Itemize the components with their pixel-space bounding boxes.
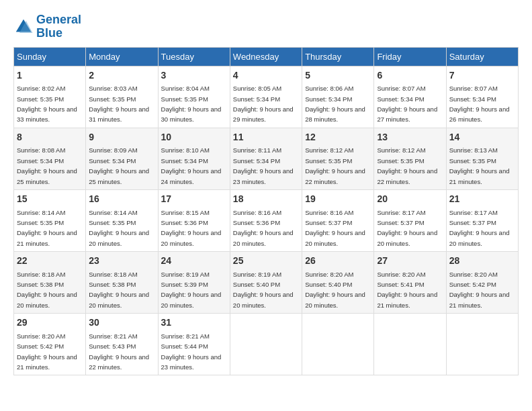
day-number: 17	[161, 193, 227, 206]
calendar-cell	[302, 314, 374, 375]
calendar-cell: 28Sunrise: 8:20 AMSunset: 5:42 PMDayligh…	[446, 252, 518, 314]
day-info: Sunrise: 8:13 AMSunset: 5:35 PMDaylight:…	[449, 146, 510, 185]
calendar-week-1: 1Sunrise: 8:02 AMSunset: 5:35 PMDaylight…	[14, 66, 519, 128]
calendar-cell: 20Sunrise: 8:17 AMSunset: 5:37 PMDayligh…	[374, 189, 446, 251]
day-info: Sunrise: 8:12 AMSunset: 5:35 PMDaylight:…	[305, 146, 365, 185]
day-number: 26	[305, 255, 371, 268]
calendar-cell: 1Sunrise: 8:02 AMSunset: 5:35 PMDaylight…	[14, 66, 86, 128]
calendar-week-4: 22Sunrise: 8:18 AMSunset: 5:38 PMDayligh…	[14, 252, 519, 314]
day-number: 19	[305, 193, 371, 206]
day-number: 3	[161, 69, 227, 83]
day-header-tuesday: Tuesday	[158, 47, 230, 66]
day-number: 2	[89, 69, 154, 83]
day-number: 18	[233, 193, 299, 206]
day-number: 24	[161, 255, 227, 268]
calendar-cell	[446, 314, 518, 375]
calendar-cell: 26Sunrise: 8:20 AMSunset: 5:40 PMDayligh…	[302, 252, 374, 314]
logo: General Blue	[13, 13, 81, 40]
day-number: 14	[449, 131, 515, 144]
day-info: Sunrise: 8:19 AMSunset: 5:40 PMDaylight:…	[233, 271, 294, 309]
day-info: Sunrise: 8:17 AMSunset: 5:37 PMDaylight:…	[377, 209, 437, 247]
header-row: SundayMondayTuesdayWednesdayThursdayFrid…	[14, 47, 519, 66]
day-info: Sunrise: 8:12 AMSunset: 5:35 PMDaylight:…	[377, 146, 437, 185]
logo-icon	[13, 17, 34, 37]
day-number: 29	[17, 316, 83, 330]
calendar-cell: 17Sunrise: 8:15 AMSunset: 5:36 PMDayligh…	[158, 189, 230, 251]
day-number: 11	[233, 131, 299, 144]
calendar-cell: 24Sunrise: 8:19 AMSunset: 5:39 PMDayligh…	[158, 252, 230, 314]
calendar-cell: 12Sunrise: 8:12 AMSunset: 5:35 PMDayligh…	[302, 128, 374, 189]
calendar-cell: 2Sunrise: 8:03 AMSunset: 5:35 PMDaylight…	[86, 66, 158, 128]
calendar-cell: 5Sunrise: 8:06 AMSunset: 5:34 PMDaylight…	[302, 66, 374, 128]
calendar-cell: 15Sunrise: 8:14 AMSunset: 5:35 PMDayligh…	[14, 189, 86, 251]
calendar-cell: 21Sunrise: 8:17 AMSunset: 5:37 PMDayligh…	[446, 189, 518, 251]
day-number: 22	[17, 255, 83, 268]
day-info: Sunrise: 8:03 AMSunset: 5:35 PMDaylight:…	[89, 85, 149, 123]
logo-text: General Blue	[36, 13, 81, 40]
day-header-thursday: Thursday	[302, 47, 374, 66]
calendar-cell	[374, 314, 446, 375]
calendar-cell: 6Sunrise: 8:07 AMSunset: 5:34 PMDaylight…	[374, 66, 446, 128]
calendar-cell: 9Sunrise: 8:09 AMSunset: 5:34 PMDaylight…	[86, 128, 158, 189]
day-info: Sunrise: 8:19 AMSunset: 5:39 PMDaylight:…	[161, 271, 222, 309]
day-number: 12	[305, 131, 371, 144]
day-info: Sunrise: 8:08 AMSunset: 5:34 PMDaylight:…	[17, 146, 77, 185]
day-number: 4	[233, 69, 299, 83]
day-info: Sunrise: 8:06 AMSunset: 5:34 PMDaylight:…	[305, 85, 365, 123]
day-info: Sunrise: 8:21 AMSunset: 5:43 PMDaylight:…	[89, 332, 149, 371]
calendar-cell: 25Sunrise: 8:19 AMSunset: 5:40 PMDayligh…	[230, 252, 302, 314]
day-info: Sunrise: 8:14 AMSunset: 5:35 PMDaylight:…	[89, 209, 149, 247]
day-number: 21	[449, 193, 515, 206]
calendar-cell: 10Sunrise: 8:10 AMSunset: 5:34 PMDayligh…	[158, 128, 230, 189]
day-header-saturday: Saturday	[446, 47, 518, 66]
calendar-cell: 23Sunrise: 8:18 AMSunset: 5:38 PMDayligh…	[86, 252, 158, 314]
calendar-cell: 8Sunrise: 8:08 AMSunset: 5:34 PMDaylight…	[14, 128, 86, 189]
day-info: Sunrise: 8:18 AMSunset: 5:38 PMDaylight:…	[17, 271, 77, 309]
calendar-cell: 14Sunrise: 8:13 AMSunset: 5:35 PMDayligh…	[446, 128, 518, 189]
day-number: 30	[89, 316, 154, 330]
calendar-week-2: 8Sunrise: 8:08 AMSunset: 5:34 PMDaylight…	[14, 128, 519, 189]
day-number: 27	[377, 255, 443, 268]
calendar-cell	[230, 314, 302, 375]
calendar-cell: 4Sunrise: 8:05 AMSunset: 5:34 PMDaylight…	[230, 66, 302, 128]
day-number: 16	[89, 193, 154, 206]
day-number: 15	[17, 193, 83, 206]
calendar-cell: 19Sunrise: 8:16 AMSunset: 5:37 PMDayligh…	[302, 189, 374, 251]
day-info: Sunrise: 8:20 AMSunset: 5:42 PMDaylight:…	[17, 332, 77, 371]
day-number: 9	[89, 131, 154, 144]
calendar-week-3: 15Sunrise: 8:14 AMSunset: 5:35 PMDayligh…	[14, 189, 519, 251]
day-info: Sunrise: 8:21 AMSunset: 5:44 PMDaylight:…	[161, 332, 222, 371]
calendar-cell: 31Sunrise: 8:21 AMSunset: 5:44 PMDayligh…	[158, 314, 230, 375]
day-info: Sunrise: 8:10 AMSunset: 5:34 PMDaylight:…	[161, 146, 222, 185]
day-info: Sunrise: 8:16 AMSunset: 5:36 PMDaylight:…	[233, 209, 294, 247]
day-info: Sunrise: 8:20 AMSunset: 5:42 PMDaylight:…	[449, 271, 510, 309]
day-number: 10	[161, 131, 227, 144]
day-info: Sunrise: 8:15 AMSunset: 5:36 PMDaylight:…	[161, 209, 222, 247]
day-info: Sunrise: 8:05 AMSunset: 5:34 PMDaylight:…	[233, 85, 294, 123]
calendar-cell: 3Sunrise: 8:04 AMSunset: 5:35 PMDaylight…	[158, 66, 230, 128]
day-info: Sunrise: 8:11 AMSunset: 5:34 PMDaylight:…	[233, 146, 294, 185]
calendar-cell: 22Sunrise: 8:18 AMSunset: 5:38 PMDayligh…	[14, 252, 86, 314]
day-info: Sunrise: 8:18 AMSunset: 5:38 PMDaylight:…	[89, 271, 149, 309]
calendar-cell: 27Sunrise: 8:20 AMSunset: 5:41 PMDayligh…	[374, 252, 446, 314]
day-info: Sunrise: 8:14 AMSunset: 5:35 PMDaylight:…	[17, 209, 77, 247]
calendar-week-5: 29Sunrise: 8:20 AMSunset: 5:42 PMDayligh…	[14, 314, 519, 375]
day-number: 6	[377, 69, 443, 83]
calendar-cell: 30Sunrise: 8:21 AMSunset: 5:43 PMDayligh…	[86, 314, 158, 375]
day-number: 13	[377, 131, 443, 144]
day-info: Sunrise: 8:09 AMSunset: 5:34 PMDaylight:…	[89, 146, 149, 185]
day-number: 5	[305, 69, 371, 83]
day-number: 25	[233, 255, 299, 268]
day-header-monday: Monday	[86, 47, 158, 66]
calendar-cell: 16Sunrise: 8:14 AMSunset: 5:35 PMDayligh…	[86, 189, 158, 251]
calendar-cell: 7Sunrise: 8:07 AMSunset: 5:34 PMDaylight…	[446, 66, 518, 128]
page-header: General Blue	[13, 13, 519, 40]
calendar-cell: 29Sunrise: 8:20 AMSunset: 5:42 PMDayligh…	[14, 314, 86, 375]
day-number: 23	[89, 255, 154, 268]
day-info: Sunrise: 8:20 AMSunset: 5:41 PMDaylight:…	[377, 271, 437, 309]
day-number: 7	[449, 69, 515, 83]
day-info: Sunrise: 8:07 AMSunset: 5:34 PMDaylight:…	[449, 85, 510, 123]
day-info: Sunrise: 8:02 AMSunset: 5:35 PMDaylight:…	[17, 85, 77, 123]
calendar-cell: 13Sunrise: 8:12 AMSunset: 5:35 PMDayligh…	[374, 128, 446, 189]
day-number: 31	[161, 316, 227, 330]
